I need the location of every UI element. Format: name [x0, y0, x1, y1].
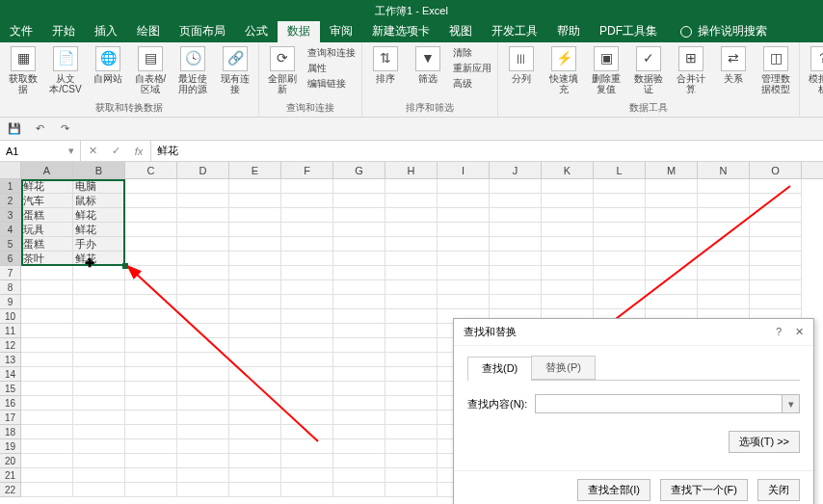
- cell[interactable]: [229, 483, 281, 497]
- help-icon[interactable]: ?: [776, 326, 782, 338]
- cell[interactable]: [125, 411, 177, 425]
- cell[interactable]: [177, 483, 229, 497]
- row-header[interactable]: 12: [0, 338, 21, 353]
- cell[interactable]: [73, 411, 125, 425]
- cell[interactable]: [750, 179, 802, 194]
- cell[interactable]: [698, 194, 750, 208]
- tab-pdf[interactable]: PDF工具集: [590, 20, 667, 42]
- cell[interactable]: [438, 194, 490, 208]
- cell[interactable]: [229, 382, 281, 396]
- tab-formulas[interactable]: 公式: [235, 20, 278, 42]
- recent-sources-button[interactable]: 🕓最近使用的源: [175, 46, 210, 94]
- cell[interactable]: [73, 266, 125, 280]
- cell[interactable]: [646, 252, 698, 266]
- cell[interactable]: [229, 324, 281, 338]
- cell[interactable]: 手办: [73, 237, 125, 252]
- cell[interactable]: [542, 223, 594, 237]
- tab-data[interactable]: 数据: [278, 20, 320, 42]
- cell[interactable]: [594, 295, 646, 309]
- cell[interactable]: [21, 425, 73, 439]
- cell[interactable]: [21, 338, 73, 353]
- cell[interactable]: [125, 179, 177, 194]
- cell[interactable]: [21, 439, 73, 454]
- cell[interactable]: [333, 353, 385, 367]
- cell[interactable]: [281, 425, 333, 439]
- cell[interactable]: [21, 280, 73, 295]
- cell[interactable]: [73, 468, 125, 483]
- select-all-corner[interactable]: [0, 162, 21, 178]
- text-columns-button[interactable]: ⫼分列: [504, 46, 539, 84]
- cell[interactable]: [333, 309, 385, 324]
- cell[interactable]: [385, 266, 438, 280]
- row-header[interactable]: 18: [0, 425, 21, 439]
- cell[interactable]: [333, 223, 385, 237]
- cell[interactable]: [333, 280, 385, 295]
- cell[interactable]: [177, 382, 229, 396]
- cell[interactable]: [281, 280, 333, 295]
- advanced-filter[interactable]: 高级: [453, 77, 491, 91]
- cell[interactable]: [281, 223, 333, 237]
- row-header[interactable]: 4: [0, 223, 21, 237]
- tab-replace[interactable]: 替换(P): [531, 356, 596, 380]
- cell[interactable]: [73, 382, 125, 396]
- cell[interactable]: [21, 468, 73, 483]
- cell[interactable]: [229, 353, 281, 367]
- cell[interactable]: [125, 295, 177, 309]
- cell[interactable]: [229, 208, 281, 223]
- cell[interactable]: [542, 208, 594, 223]
- cell[interactable]: [125, 382, 177, 396]
- tab-insert[interactable]: 插入: [85, 20, 127, 42]
- col-M[interactable]: M: [646, 162, 698, 178]
- cell[interactable]: [750, 266, 802, 280]
- cell[interactable]: [177, 411, 229, 425]
- data-model-button[interactable]: ◫管理数据模型: [758, 46, 793, 94]
- cell[interactable]: [646, 194, 698, 208]
- find-all-button[interactable]: 查找全部(I): [577, 479, 650, 501]
- cell[interactable]: [281, 309, 333, 324]
- cell[interactable]: [177, 295, 229, 309]
- cell[interactable]: [281, 194, 333, 208]
- cell[interactable]: [177, 194, 229, 208]
- tab-view[interactable]: 视图: [439, 20, 482, 42]
- refresh-all-button[interactable]: ⟳全部刷新: [265, 46, 300, 94]
- cell[interactable]: [73, 367, 125, 382]
- cell[interactable]: [73, 454, 125, 468]
- cell[interactable]: [73, 439, 125, 454]
- cell[interactable]: [229, 309, 281, 324]
- cell[interactable]: [542, 280, 594, 295]
- tab-find[interactable]: 查找(D): [467, 357, 532, 381]
- col-H[interactable]: H: [385, 162, 438, 178]
- cell[interactable]: [281, 396, 333, 411]
- cell[interactable]: [385, 179, 438, 194]
- row-header[interactable]: 3: [0, 208, 21, 223]
- cell[interactable]: [229, 223, 281, 237]
- cell[interactable]: 鼠标: [73, 194, 125, 208]
- cell[interactable]: [281, 468, 333, 483]
- fx-icon[interactable]: fx: [127, 146, 150, 157]
- col-N[interactable]: N: [698, 162, 750, 178]
- cell[interactable]: [229, 266, 281, 280]
- row-header[interactable]: 10: [0, 309, 21, 324]
- cell[interactable]: [698, 237, 750, 252]
- consolidate-button[interactable]: ⊞合并计算: [674, 46, 708, 94]
- cell[interactable]: [333, 252, 385, 266]
- cell[interactable]: [73, 396, 125, 411]
- col-A[interactable]: A: [21, 162, 73, 178]
- cell[interactable]: [490, 252, 542, 266]
- cell[interactable]: [125, 439, 177, 454]
- cell[interactable]: 鲜花: [73, 208, 125, 223]
- cell[interactable]: [229, 439, 281, 454]
- filter-button[interactable]: ▼筛选: [411, 46, 445, 84]
- whatif-button[interactable]: ？模拟分析: [806, 46, 823, 94]
- find-combo[interactable]: ▾: [535, 394, 800, 413]
- cell[interactable]: [333, 324, 385, 338]
- cell[interactable]: [333, 179, 385, 194]
- row-header[interactable]: 22: [0, 483, 21, 497]
- cell[interactable]: [385, 367, 438, 382]
- cell[interactable]: [646, 266, 698, 280]
- cell[interactable]: [125, 194, 177, 208]
- cell[interactable]: [177, 266, 229, 280]
- cell[interactable]: [229, 194, 281, 208]
- cell[interactable]: [21, 483, 73, 497]
- row-header[interactable]: 8: [0, 280, 21, 295]
